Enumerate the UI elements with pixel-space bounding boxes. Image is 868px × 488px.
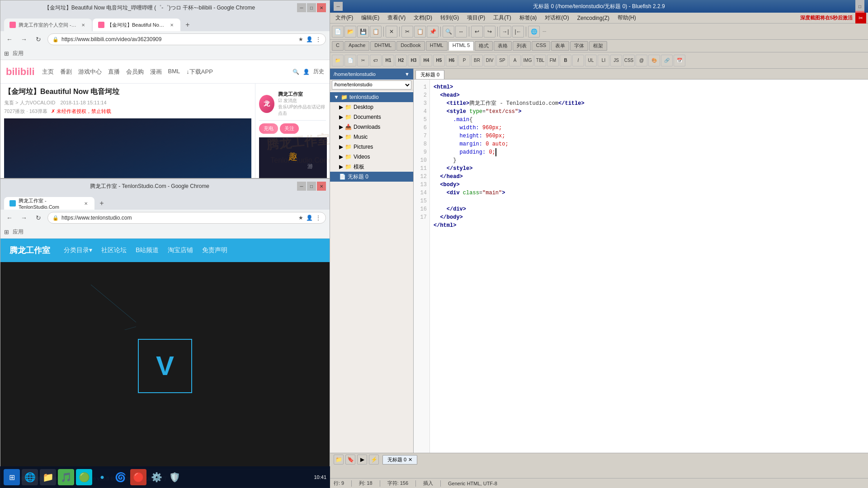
follow-button[interactable]: 关注 — [280, 123, 299, 134]
minimize-button-bottom[interactable]: ─ — [297, 182, 306, 191]
fb-item-tenlonstudio[interactable]: ▼ 📁 tenlonstudio — [330, 92, 413, 102]
icon-css2[interactable]: CSS — [623, 55, 635, 66]
doc-tab-table[interactable]: 表格 — [494, 41, 512, 51]
related-video-thumb[interactable]: 趣 游 — [259, 137, 327, 178]
icon-li[interactable]: LI — [598, 55, 609, 66]
tb-paste[interactable]: 📌 — [427, 26, 439, 38]
tb-undo[interactable]: ↩ — [471, 26, 483, 38]
code-area[interactable]: 12345 678910 1112131415 1617 <html> <hea… — [414, 80, 868, 453]
doc-tab-c[interactable]: C — [332, 41, 344, 51]
menu-help[interactable]: 帮助(H) — [614, 13, 640, 23]
menu-dialogs[interactable]: 对话框(O) — [541, 13, 572, 23]
fb-item-desktop[interactable]: ▶ 📁 Desktop — [330, 102, 413, 112]
icon-span[interactable]: SP — [496, 55, 508, 66]
video-thumbnail[interactable]: 腾龙工作室 |||| — [4, 118, 251, 178]
icon-bold[interactable]: B — [560, 55, 571, 66]
tab-bili-home[interactable]: 腾龙工作室的个人空间 - 哔哩... ✕ — [4, 19, 92, 31]
taskbar-start[interactable]: ⊞ — [4, 469, 20, 485]
tb-cut[interactable]: ✂ — [401, 26, 413, 38]
fb-item-music[interactable]: ▶ 📁 Music — [330, 132, 413, 142]
url-box-top[interactable]: 🔒 https://www.bilibili.com/video/av36230… — [47, 33, 326, 45]
menu-goto[interactable]: 转到(G) — [437, 13, 462, 23]
doc-tab-apache[interactable]: Apache — [344, 41, 369, 51]
bluefish-max-right[interactable]: □ — [855, 2, 864, 11]
url-box-bottom[interactable]: 🔒 https://www.tenlonstudio.com ★ 👤 ⋮ — [47, 212, 326, 224]
tb-redo[interactable]: ↪ — [484, 26, 495, 38]
taskbar-music[interactable]: 🎵 — [58, 469, 74, 485]
icon-img[interactable]: IMG — [522, 55, 533, 66]
taskbar-browser2[interactable]: ● — [94, 469, 110, 485]
fb-collapse-icon[interactable]: ▼ — [405, 71, 410, 77]
tb-preview[interactable]: 🌐 — [528, 26, 540, 38]
icon-h1[interactable]: H1 — [382, 55, 394, 66]
fb-item-pictures[interactable]: ▶ 📁 Pictures — [330, 142, 413, 152]
icon-js[interactable]: JS — [610, 55, 622, 66]
fb-item-documents[interactable]: ▶ 📁 Documents — [330, 112, 413, 122]
icon-template[interactable]: 📄 — [344, 55, 356, 66]
tb-replace[interactable]: ↔ — [455, 26, 467, 38]
apps-grid-icon[interactable]: ⊞ — [4, 50, 9, 57]
tb-save[interactable]: 💾 — [357, 26, 369, 38]
apps-grid-icon-bottom[interactable]: ⊞ — [4, 229, 9, 235]
nav-game[interactable]: 游戏中心 — [78, 68, 102, 76]
tb-copy[interactable]: 📋 — [414, 26, 426, 38]
tb-close-file[interactable]: ✕ — [386, 26, 397, 38]
doc-tab-html[interactable]: HTML — [426, 41, 448, 51]
bottom-icon-filebrowser[interactable]: 📁 — [334, 455, 344, 465]
doc-tab-list[interactable]: 列表 — [513, 41, 531, 51]
menu-tags[interactable]: 标签(a) — [516, 13, 541, 23]
bottom-tab-close[interactable]: ✕ — [408, 457, 412, 463]
bottom-icon-bookmark[interactable]: 🔖 — [345, 455, 355, 465]
new-tab-button-top[interactable]: + — [181, 19, 194, 31]
charge-button[interactable]: 充电 — [259, 123, 278, 134]
icon-email[interactable]: @ — [636, 55, 647, 66]
minimize-button-top[interactable]: ─ — [297, 3, 306, 12]
icon-anchor[interactable]: A — [509, 55, 521, 66]
icon-h3[interactable]: H3 — [408, 55, 420, 66]
tab-bili-video[interactable]: 【金坷垃】Beautiful Now... ✕ — [93, 19, 180, 31]
tab-close-studio[interactable]: ✕ — [83, 200, 89, 206]
fb-item-templates[interactable]: ▶ 📁 模板 — [330, 162, 413, 172]
tab-close-home[interactable]: ✕ — [80, 22, 86, 28]
tb-indent[interactable]: →| — [500, 26, 511, 38]
back-button[interactable]: ← — [4, 34, 15, 45]
menu-view[interactable]: 查看(V) — [384, 13, 409, 23]
icon-h4[interactable]: H4 — [420, 55, 432, 66]
close-button-top[interactable]: ✕ — [317, 3, 326, 12]
icon-form[interactable]: FM — [547, 55, 559, 66]
icon-color[interactable]: 🎨 — [648, 55, 660, 66]
taskbar-files[interactable]: 📁 — [40, 469, 56, 485]
editor-tab-untitled[interactable]: 无标题 0 — [415, 70, 444, 79]
tb-open[interactable]: 📂 — [344, 26, 356, 38]
icon-h2[interactable]: H2 — [395, 55, 407, 66]
nav-categories[interactable]: 分类目录▾ — [64, 246, 92, 254]
menu-file[interactable]: 文件(F) — [332, 13, 357, 23]
bottom-icon-output[interactable]: ▶ — [357, 455, 367, 465]
taskbar-chrome2[interactable]: 🌀 — [112, 469, 128, 485]
icon-h6[interactable]: H6 — [446, 55, 458, 66]
maximize-button-top[interactable]: □ — [307, 3, 316, 12]
nav-taobao[interactable]: 淘宝店铺 — [168, 246, 193, 254]
icon-h5[interactable]: H5 — [433, 55, 445, 66]
fb-item-untitled[interactable]: 📄 无标题 0 — [330, 172, 413, 182]
back-button-bottom[interactable]: ← — [4, 212, 15, 223]
maximize-button-bottom[interactable]: □ — [307, 182, 316, 191]
doc-tab-frame[interactable]: 框架 — [589, 41, 607, 51]
icon-snippet[interactable]: ✂ — [357, 55, 369, 66]
new-tab-button-bottom[interactable]: + — [95, 197, 108, 210]
nav-community[interactable]: 社区论坛 — [101, 246, 127, 254]
fb-item-videos[interactable]: ▶ 📁 Videos — [330, 152, 413, 162]
icon-p[interactable]: P — [458, 55, 470, 66]
code-content[interactable]: <html> <head> <title>腾龙工作室 - Tenlonstudi… — [430, 80, 868, 453]
forward-button[interactable]: → — [19, 34, 29, 45]
taskbar-settings[interactable]: ⚙️ — [148, 469, 165, 485]
icon-datetime[interactable]: 📅 — [674, 55, 685, 66]
user-icon[interactable]: 👤 — [303, 69, 310, 75]
doc-tab-font[interactable]: 字体 — [570, 41, 588, 51]
menu-zencoding[interactable]: Zencoding(Z) — [574, 14, 613, 22]
tb-search[interactable]: 🔍 — [443, 26, 454, 38]
tab-close-video[interactable]: ✕ — [169, 22, 175, 28]
reload-button[interactable]: ↻ — [33, 34, 44, 45]
nav-disclaimer[interactable]: 免责声明 — [202, 246, 227, 254]
fb-item-downloads[interactable]: ▶ 📥 Downloads — [330, 122, 413, 132]
